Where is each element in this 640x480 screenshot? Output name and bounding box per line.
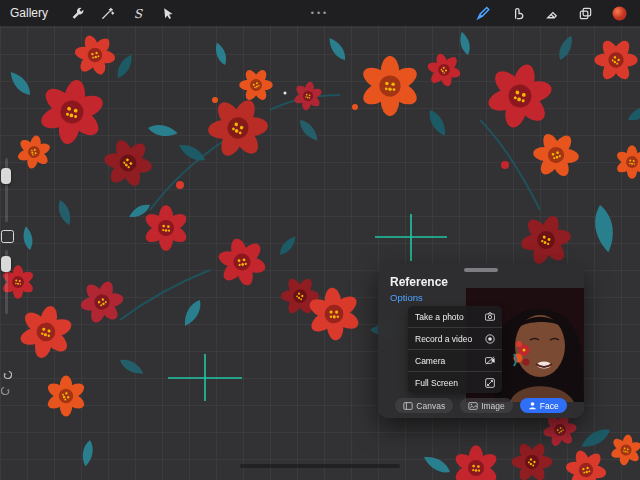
menu-item-camera[interactable]: Camera xyxy=(408,350,502,372)
canvas-drag-handle[interactable]: ••• xyxy=(311,0,329,26)
wrench-icon[interactable] xyxy=(66,3,88,23)
layers-icon[interactable] xyxy=(574,3,596,23)
svg-text:S: S xyxy=(133,6,143,20)
canvas-tab-icon xyxy=(403,402,413,410)
tab-image[interactable]: Image xyxy=(460,398,513,413)
menu-item-full-screen[interactable]: Full Screen xyxy=(408,372,502,393)
camera-icon xyxy=(485,312,495,321)
tab-canvas[interactable]: Canvas xyxy=(395,398,453,413)
menu-item-record-video[interactable]: Record a video xyxy=(408,328,502,350)
home-indicator[interactable] xyxy=(240,464,400,468)
menu-item-take-photo[interactable]: Take a photo xyxy=(408,306,502,328)
eraser-icon[interactable] xyxy=(540,3,562,23)
redo-button[interactable] xyxy=(1,382,12,400)
selection-icon[interactable]: S xyxy=(126,3,148,23)
reference-tab-bar: Canvas Image Face xyxy=(378,398,584,413)
transform-arrow-icon[interactable] xyxy=(156,3,178,23)
tab-face[interactable]: Face xyxy=(520,398,567,413)
camera-toggle-icon xyxy=(485,356,495,365)
image-tab-icon xyxy=(468,402,478,410)
reference-panel: Reference Options xyxy=(378,264,584,418)
smudge-finger-icon[interactable] xyxy=(506,3,528,23)
modify-button[interactable] xyxy=(1,230,14,243)
paint-brush-icon[interactable] xyxy=(472,3,494,23)
top-toolbar: Gallery S ••• xyxy=(0,0,640,26)
reference-options-menu: Take a photo Record a video Camera Full … xyxy=(408,306,502,393)
gallery-button[interactable]: Gallery xyxy=(10,6,48,20)
tool-sidebar xyxy=(0,158,16,408)
adjustments-wand-icon[interactable] xyxy=(96,3,118,23)
options-link[interactable]: Options xyxy=(390,292,423,303)
face-tab-icon xyxy=(528,401,537,410)
fullscreen-icon xyxy=(485,378,495,388)
panel-title: Reference xyxy=(390,275,448,289)
opacity-handle[interactable] xyxy=(1,256,11,272)
brush-size-handle[interactable] xyxy=(1,168,11,184)
record-video-icon xyxy=(485,334,495,344)
panel-drag-handle[interactable] xyxy=(464,268,498,272)
color-swatch-icon[interactable] xyxy=(608,3,630,23)
